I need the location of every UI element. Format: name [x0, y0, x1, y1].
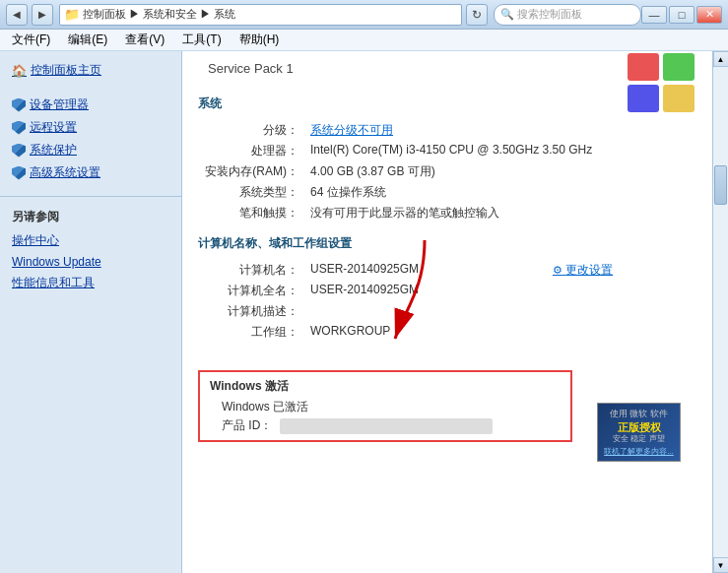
value-grade[interactable]: 系统分级不可用 [306, 120, 696, 141]
nav-buttons: ◀ ▶ [6, 4, 53, 26]
address-bar[interactable]: 📁 系统 控制面板 ▶ 系统和安全 ▶ 系统 [59, 4, 462, 26]
table-row: 分级： 系统分级不可用 [198, 120, 696, 141]
value-workgroup: WORKGROUP [306, 322, 533, 343]
sidebar-item-advanced[interactable]: 高级系统设置 [0, 161, 181, 184]
menu-view[interactable]: 查看(V) [117, 30, 172, 50]
genuine-banner[interactable]: 使用 微软 软件 正版授权 安全 稳定 声望 联机了解更多内容... [597, 403, 681, 462]
genuine-use-label: 使用 微软 软件 [610, 408, 668, 420]
genuine-subtitle: 安全 稳定 声望 [613, 434, 664, 444]
computer-section-header: 计算机名称、域和工作组设置 [198, 235, 696, 252]
folder-icon: 📁 [64, 7, 80, 22]
value-systype: 64 位操作系统 [306, 182, 696, 203]
label-touch: 笔和触摸： [198, 203, 306, 223]
activation-wrapper: Windows 激活 Windows 已激活 产品 ID： ██████████… [198, 354, 696, 442]
service-pack-label: Service Pack 1 [198, 61, 696, 84]
sidebar: 🏠 控制面板主页 设备管理器 远程设置 系统保护 高级系统设置 另请 [0, 51, 182, 573]
menu-file[interactable]: 文件(F) [4, 30, 58, 50]
sidebar-label-update: Windows Update [12, 255, 101, 269]
sidebar-see-also: 另请参阅 操作中心 Windows Update 性能信息和工具 [0, 196, 181, 294]
sidebar-item-windows-update[interactable]: Windows Update [0, 252, 181, 272]
table-row: 处理器： Intel(R) Core(TM) i3-4150 CPU @ 3.5… [198, 141, 696, 161]
table-row: 笔和触摸： 没有可用于此显示器的笔或触控输入 [198, 203, 696, 223]
windows-logo-area [626, 51, 696, 115]
sidebar-label-remote: 远程设置 [30, 119, 77, 136]
shield-icon-3 [12, 144, 26, 158]
see-also-title: 另请参阅 [0, 205, 181, 229]
sidebar-item-remote[interactable]: 远程设置 [0, 116, 181, 139]
scrollbar[interactable]: ▲ ▼ [712, 51, 728, 573]
sidebar-label-protection: 系统保护 [30, 142, 77, 159]
computer-info-table: 计算机名： USER-20140925GM ⚙ 更改设置 计算机全名： USER… [198, 260, 696, 343]
sidebar-item-label: 控制面板主页 [31, 62, 101, 79]
change-settings-link[interactable]: ⚙ 更改设置 [553, 263, 613, 277]
search-icon: 🔍 [500, 8, 514, 21]
gear-icon: ⚙ [553, 264, 563, 276]
table-row: 安装内存(RAM)： 4.00 GB (3.87 GB 可用) [198, 161, 696, 182]
minimize-button[interactable]: — [641, 6, 667, 24]
table-row: 计算机名： USER-20140925GM ⚙ 更改设置 [198, 260, 696, 281]
sidebar-label-advanced: 高级系统设置 [30, 164, 100, 181]
activation-box: Windows 激活 Windows 已激活 产品 ID： ██████████… [198, 370, 572, 442]
product-id-label: 产品 ID： [222, 417, 272, 434]
home-icon: 🏠 [12, 64, 27, 78]
svg-rect-0 [628, 53, 659, 81]
system-info-table: 分级： 系统分级不可用 处理器： Intel(R) Core(TM) i3-41… [198, 120, 696, 223]
shield-icon-2 [12, 121, 26, 135]
refresh-button[interactable]: ↻ [466, 4, 488, 26]
search-placeholder: 搜索控制面板 [517, 7, 582, 22]
close-button[interactable]: ✕ [696, 6, 722, 24]
value-fullname: USER-20140925GM [306, 281, 533, 301]
product-id-value: ████████████████ [280, 418, 493, 434]
window-controls: — □ ✕ [641, 6, 722, 24]
search-bar[interactable]: 🔍 搜索控制面板 [494, 4, 641, 26]
label-fullname: 计算机全名： [198, 281, 306, 301]
value-ram: 4.00 GB (3.87 GB 可用) [306, 161, 696, 182]
svg-rect-3 [663, 85, 695, 112]
change-settings-label: 更改设置 [565, 263, 613, 277]
sidebar-item-protection[interactable]: 系统保护 [0, 139, 181, 161]
label-ram: 安装内存(RAM)： [198, 161, 306, 182]
genuine-link[interactable]: 联机了解更多内容... [604, 446, 674, 457]
value-desc [306, 301, 533, 322]
sidebar-item-device-manager[interactable]: 设备管理器 [0, 94, 181, 116]
menu-bar: 文件(F) 编辑(E) 查看(V) 工具(T) 帮助(H) [0, 30, 728, 51]
activation-status: Windows 已激活 [210, 399, 561, 415]
sidebar-item-action-center[interactable]: 操作中心 [0, 229, 181, 252]
sidebar-item-controlpanel[interactable]: 🏠 控制面板主页 [0, 59, 181, 82]
activation-title: Windows 激活 [210, 378, 561, 395]
maximize-button[interactable]: □ [669, 6, 695, 24]
scroll-up-button[interactable]: ▲ [713, 51, 729, 67]
sidebar-label-device: 设备管理器 [30, 96, 89, 113]
back-button[interactable]: ◀ [6, 4, 28, 26]
value-compname: USER-20140925GM [306, 260, 533, 281]
sidebar-main-section: 🏠 控制面板主页 [0, 59, 181, 82]
breadcrumb: 控制面板 ▶ 系统和安全 ▶ 系统 [83, 7, 235, 22]
menu-tools[interactable]: 工具(T) [174, 30, 229, 50]
scroll-track [713, 67, 728, 557]
sidebar-nav-section: 设备管理器 远程设置 系统保护 高级系统设置 [0, 94, 181, 184]
svg-rect-1 [663, 53, 695, 81]
label-grade: 分级： [198, 120, 306, 141]
main-layout: 🏠 控制面板主页 设备管理器 远程设置 系统保护 高级系统设置 另请 [0, 51, 728, 573]
windows-logo [626, 51, 696, 115]
label-desc: 计算机描述： [198, 301, 306, 322]
table-row: 系统类型： 64 位操作系统 [198, 182, 696, 203]
label-compname: 计算机名： [198, 260, 306, 281]
label-processor: 处理器： [198, 141, 306, 161]
product-id-row: 产品 ID： ████████████████ [210, 417, 561, 434]
forward-button[interactable]: ▶ [32, 4, 53, 26]
genuine-title: 正版授权 [618, 420, 661, 434]
address-area: 📁 系统 控制面板 ▶ 系统和安全 ▶ 系统 ↻ [59, 4, 488, 26]
scroll-thumb[interactable] [714, 165, 727, 205]
value-touch: 没有可用于此显示器的笔或触控输入 [306, 203, 696, 223]
shield-icon-4 [12, 166, 26, 180]
label-systype: 系统类型： [198, 182, 306, 203]
computer-section-wrapper: 计算机名： USER-20140925GM ⚙ 更改设置 计算机全名： USER… [198, 260, 696, 343]
menu-edit[interactable]: 编辑(E) [60, 30, 115, 50]
scroll-down-button[interactable]: ▼ [713, 557, 729, 573]
title-bar: ◀ ▶ 📁 系统 控制面板 ▶ 系统和安全 ▶ 系统 ↻ 🔍 搜索控制面板 — … [0, 0, 728, 30]
sidebar-item-performance[interactable]: 性能信息和工具 [0, 272, 181, 294]
label-workgroup: 工作组： [198, 322, 306, 343]
menu-help[interactable]: 帮助(H) [232, 30, 288, 50]
svg-rect-2 [628, 85, 659, 112]
